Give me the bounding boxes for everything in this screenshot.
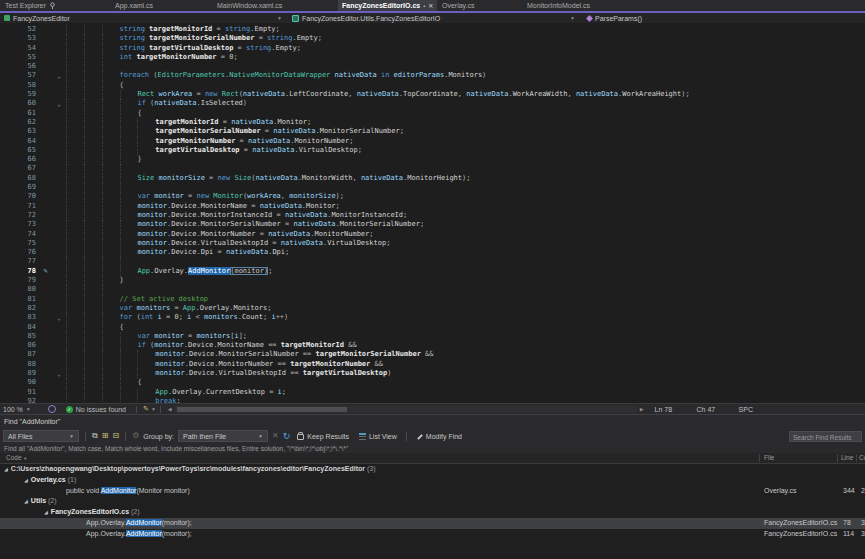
code-line-85[interactable]: 85 var monitor = monitors[i]; bbox=[0, 332, 865, 341]
tab-mainwindow-xaml-cs[interactable]: MainWindow.xaml.cs bbox=[213, 0, 286, 11]
code-line-60[interactable]: 60⌄ if (nativeData.IsSelected) bbox=[0, 99, 865, 108]
fold-collapse-icon[interactable]: ⌄ bbox=[52, 369, 66, 378]
result-group-row[interactable]: ◢Utils (2) bbox=[0, 496, 865, 507]
member-dropdown[interactable]: ParseParams() bbox=[583, 13, 642, 23]
code-line-80[interactable]: 80 bbox=[0, 285, 865, 294]
code-line-64[interactable]: 64 targetMonitorNumber = nativeData.Moni… bbox=[0, 137, 865, 146]
scroll-left-icon[interactable]: ◀ bbox=[165, 406, 175, 412]
fold-collapse-icon[interactable]: ⌄ bbox=[52, 99, 66, 108]
line-number: 76 bbox=[0, 248, 39, 257]
code-line-73[interactable]: 73 monitor.Device.MonitorSerialNumber = … bbox=[0, 220, 865, 229]
modify-find-button[interactable]: Modify Find bbox=[413, 433, 465, 440]
code-line-65[interactable]: 65 targetVirtualDesktop = nativeData.Vir… bbox=[0, 146, 865, 155]
code-line-82[interactable]: 82 var monitors = App.Overlay.Monitors; bbox=[0, 304, 865, 313]
code-editor[interactable]: 52 string targetMonitorId = string.Empty… bbox=[0, 23, 865, 403]
document-health-icon[interactable] bbox=[48, 405, 56, 413]
code-cleanup-icon[interactable]: ✎ bbox=[143, 405, 149, 413]
code-line-84[interactable]: 84 { bbox=[0, 323, 865, 332]
code-line-72[interactable]: 72 monitor.Device.MonitorInstanceId = na… bbox=[0, 211, 865, 220]
result-group-row[interactable]: ◢FancyZonesEditorIO.cs (2) bbox=[0, 507, 865, 518]
group-by-dropdown[interactable]: Path then File ▼ bbox=[178, 430, 268, 442]
expander-icon[interactable]: ◢ bbox=[4, 466, 8, 472]
result-match-row[interactable]: public void AddMonitor(Monitor monitor)O… bbox=[0, 486, 865, 497]
code-line-68[interactable]: 68 Size monitorSize = new Size(nativeDat… bbox=[0, 174, 865, 183]
code-line-59[interactable]: 59 Rect workArea = new Rect(nativeData.L… bbox=[0, 90, 865, 99]
scroll-right-icon[interactable]: ▶ bbox=[637, 406, 647, 412]
column-header-column[interactable]: Column bbox=[859, 453, 865, 463]
column-divider[interactable] bbox=[759, 454, 760, 462]
code-line-67[interactable]: 67 bbox=[0, 164, 865, 173]
issues-status[interactable]: No issues found bbox=[76, 406, 126, 413]
scrollbar-thumb[interactable] bbox=[177, 407, 347, 412]
code-line-89[interactable]: 89⌄ monitor.Device.VirtualDesktopId == t… bbox=[0, 369, 865, 378]
fold-collapse-icon[interactable]: ⌄ bbox=[52, 313, 66, 322]
code-line-61[interactable]: 61 { bbox=[0, 109, 865, 118]
result-group-row[interactable]: ◢Overlay.cs (1) bbox=[0, 475, 865, 486]
column-header-line[interactable]: Line bbox=[841, 453, 853, 463]
expander-icon[interactable]: ◢ bbox=[44, 509, 48, 515]
code-line-62[interactable]: 62 targetMonitorId = nativeData.Monitor; bbox=[0, 118, 865, 127]
scope-dropdown[interactable]: All Files ▼ bbox=[3, 430, 79, 442]
code-line-54[interactable]: 54 string targetVirtualDesktop = string.… bbox=[0, 44, 865, 53]
code-line-78[interactable]: 78✎ App.Overlay.AddMonitor(monitor); bbox=[0, 267, 865, 276]
edit-pencil-icon[interactable]: ✎ bbox=[39, 267, 52, 276]
code-line-91[interactable]: 91 App.Overlay.CurrentDesktop = i; bbox=[0, 388, 865, 397]
column-header-code[interactable]: Code ▼ bbox=[6, 453, 27, 464]
code-line-53[interactable]: 53 string targetMonitorSerialNumber = st… bbox=[0, 34, 865, 43]
code-line-66[interactable]: 66 } bbox=[0, 155, 865, 164]
tab-label: MonitorInfoModel.cs bbox=[527, 2, 590, 9]
code-line-75[interactable]: 75 monitor.Device.VirtualDesktopId = nat… bbox=[0, 239, 865, 248]
expand-all-icon[interactable]: ⊞ bbox=[102, 432, 109, 440]
project-dropdown[interactable]: FancyZonesEditor ▼ bbox=[0, 13, 288, 23]
column-divider[interactable] bbox=[837, 454, 838, 462]
column-header-file[interactable]: File bbox=[764, 453, 774, 463]
code-line-63[interactable]: 63 targetMonitorSerialNumber = nativeDat… bbox=[0, 127, 865, 136]
tab-app-xaml-cs[interactable]: App.xaml.cs bbox=[111, 0, 157, 11]
code-line-69[interactable]: 69 bbox=[0, 183, 865, 192]
keep-results-button[interactable]: Keep Results bbox=[294, 432, 352, 440]
line-number: 52 bbox=[0, 25, 39, 34]
code-line-88[interactable]: 88 monitor.Device.MonitorNumber == targe… bbox=[0, 360, 865, 369]
code-line-81[interactable]: 81 // Set active desktop bbox=[0, 295, 865, 304]
code-text: } bbox=[66, 155, 142, 164]
settings-gear-icon[interactable]: ⚙ bbox=[132, 432, 139, 440]
code-line-87[interactable]: 87 monitor.Device.MonitorSerialNumber ==… bbox=[0, 350, 865, 359]
code-line-79[interactable]: 79 } bbox=[0, 276, 865, 285]
zoom-selector[interactable]: 100 % ▼ bbox=[0, 406, 34, 413]
tab-overlay-cs[interactable]: Overlay.cs bbox=[438, 0, 479, 11]
refresh-icon[interactable]: ↻ bbox=[283, 432, 291, 441]
code-line-57[interactable]: 57⌄ foreach (EditorParameters.NativeMoni… bbox=[0, 71, 865, 80]
code-line-90[interactable]: 90 { bbox=[0, 378, 865, 387]
type-dropdown[interactable]: FancyZonesEditor.Utils.FancyZonesEditorI… bbox=[288, 13, 583, 23]
result-code-cell: ◢Overlay.cs (1) bbox=[0, 475, 760, 486]
tab-test-explorer[interactable]: Test Explorer bbox=[1, 0, 60, 11]
code-line-52[interactable]: 52 string targetMonitorId = string.Empty… bbox=[0, 25, 865, 34]
code-line-71[interactable]: 71 monitor.Device.MonitorName = nativeDa… bbox=[0, 202, 865, 211]
copy-icon[interactable]: ⧉ bbox=[92, 432, 98, 440]
expander-icon[interactable]: ◢ bbox=[24, 498, 28, 504]
tab-monitorinfomodel-cs[interactable]: MonitorInfoModel.cs bbox=[523, 0, 594, 11]
column-divider[interactable] bbox=[856, 454, 857, 462]
code-line-55[interactable]: 55 int targetMonitorNumber = 0; bbox=[0, 53, 865, 62]
search-find-results-input[interactable]: Search Find Results bbox=[789, 431, 862, 442]
collapse-all-icon[interactable]: ⊟ bbox=[112, 432, 119, 440]
code-line-83[interactable]: 83⌄ for (int i = 0; i < monitors.Count; … bbox=[0, 313, 865, 322]
code-line-86[interactable]: 86 if (monitor.Device.MonitorName == tar… bbox=[0, 341, 865, 350]
fold-collapse-icon[interactable]: ⌄ bbox=[52, 71, 66, 80]
horizontal-scrollbar[interactable] bbox=[175, 406, 637, 413]
result-group-row[interactable]: ◢C:\Users\zhaopengwang\Desktop\powertoys… bbox=[0, 464, 865, 475]
code-line-70[interactable]: 70 var monitor = new Monitor(workArea, m… bbox=[0, 192, 865, 201]
close-icon[interactable]: ✕ bbox=[428, 3, 433, 9]
code-line-74[interactable]: 74 monitor.Device.MonitorNumber = native… bbox=[0, 230, 865, 239]
code-line-58[interactable]: 58 { bbox=[0, 81, 865, 90]
result-match-row[interactable]: App.Overlay.AddMonitor(monitor);FancyZon… bbox=[0, 529, 865, 540]
code-line-76[interactable]: 76 monitor.Device.Dpi = nativeData.Dpi; bbox=[0, 248, 865, 257]
breakpoint-margin bbox=[39, 313, 52, 322]
pin-icon[interactable] bbox=[49, 2, 56, 10]
code-line-56[interactable]: 56 bbox=[0, 62, 865, 71]
code-line-77[interactable]: 77 bbox=[0, 257, 865, 266]
expander-icon[interactable]: ◢ bbox=[24, 477, 28, 483]
tab-fancyzoneseditorio-cs[interactable]: FancyZonesEditorIO.cs•✕ bbox=[338, 0, 437, 11]
list-view-button[interactable]: List View bbox=[356, 433, 400, 440]
result-match-row[interactable]: App.Overlay.AddMonitor(monitor);FancyZon… bbox=[0, 518, 865, 529]
